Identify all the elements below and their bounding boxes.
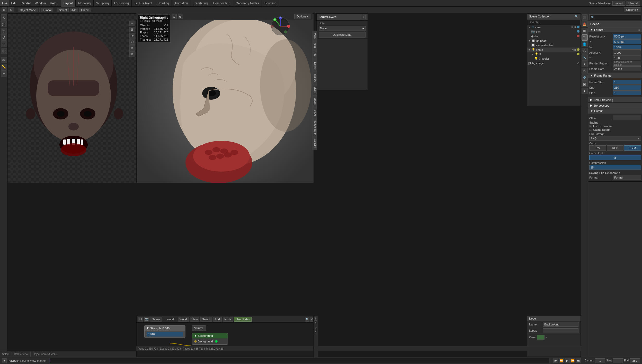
manual-button[interactable]: Manual: [626, 1, 640, 6]
tool-measure[interactable]: 📏: [1, 64, 7, 70]
vp-left-grid-tool[interactable]: ⊞: [129, 27, 135, 32]
tab-texture-paint[interactable]: Texture Paint: [132, 0, 155, 7]
outliner-item-dof[interactable]: ◆ dof: [527, 34, 581, 39]
frame-step-value[interactable]: 1: [613, 90, 641, 95]
prop-physics-icon[interactable]: ⚛: [582, 68, 588, 74]
navigation-gizmo[interactable]: X Y Z: [270, 16, 291, 36]
side-tab-scale[interactable]: Scale: [313, 85, 317, 96]
res-y-value[interactable]: 5000 px: [613, 39, 641, 44]
tool-move[interactable]: ✛: [1, 28, 7, 34]
vp-left-measure-tool[interactable]: ⊕: [129, 51, 135, 57]
tool-cursor[interactable]: ↖: [1, 14, 7, 21]
node-node-btn[interactable]: Node: [223, 317, 233, 322]
import-button[interactable]: Import: [612, 1, 625, 6]
node-side-tab-lookup[interactable]: Lookup: [314, 325, 318, 336]
vp-left-view-tool[interactable]: 👁: [129, 33, 135, 39]
cursor-tool-btn[interactable]: ⊕: [8, 7, 14, 12]
prop-modifier-icon[interactable]: 🔧: [582, 54, 588, 61]
vp-left-brush-tool[interactable]: ⬡: [129, 39, 135, 45]
aspect-x-value[interactable]: 1.000: [613, 50, 641, 55]
tool-scale[interactable]: ⤡: [1, 41, 7, 47]
timeline-marker-label[interactable]: Marker: [37, 359, 46, 362]
tab-sculpting[interactable]: Sculpting: [94, 0, 112, 7]
side-tab-shade[interactable]: Shade: [313, 96, 317, 108]
node-editor-camera-icon[interactable]: 📷: [144, 317, 149, 322]
vp-gizmo-icon[interactable]: ⊕: [178, 14, 183, 19]
tab-uv-editing[interactable]: UV Editing: [112, 0, 132, 7]
node-strength-slider[interactable]: 0.040: [147, 332, 183, 337]
tool-rotate[interactable]: ↺: [1, 34, 7, 41]
object-btn[interactable]: Object: [79, 8, 91, 12]
prop-view-layer-icon[interactable]: ◫: [582, 28, 588, 34]
side-tab-snap[interactable]: Snap: [313, 108, 317, 118]
tab-compositing[interactable]: Compositing: [210, 0, 233, 7]
menu-edit[interactable]: Edit: [9, 0, 19, 6]
side-tab-sclptrs[interactable]: Sclptrs: [313, 72, 317, 85]
aspect-y-value[interactable]: 1.000: [613, 55, 641, 60]
jump-end-btn[interactable]: ⏭: [576, 358, 581, 363]
tab-animation[interactable]: Animation: [172, 0, 191, 7]
tool-select-box[interactable]: ⬚: [1, 21, 7, 27]
frame-end-value[interactable]: 250: [613, 85, 641, 90]
outliner-item-3[interactable]: ▼ 💡 3: [527, 52, 581, 56]
node-zoom-icon[interactable]: 🔍: [305, 317, 309, 322]
color-depth-8-btn[interactable]: 8: [589, 155, 641, 160]
node-side-tab-adjust[interactable]: Adjust: [314, 316, 318, 325]
prop-obj-icon[interactable]: ⬡: [582, 48, 588, 54]
node-scene-btn[interactable]: Scene: [150, 317, 162, 322]
node-view-btn[interactable]: View: [190, 317, 200, 322]
tab-scripting[interactable]: Scripting: [262, 0, 279, 7]
node-select-btn[interactable]: Select: [200, 317, 212, 322]
add-btn[interactable]: Add: [70, 8, 78, 12]
tool-transform[interactable]: ⊞: [1, 48, 7, 54]
prop-output-icon[interactable]: 📤: [582, 21, 588, 27]
mode-select-btn[interactable]: Object Mode: [18, 8, 38, 12]
menu-render[interactable]: Render: [19, 0, 33, 6]
outliner-item-cam-child[interactable]: 📷 cam: [527, 29, 581, 34]
crop-render-region-value[interactable]: Crop to Render Region: [613, 61, 641, 66]
tab-layout[interactable]: Layout: [61, 0, 76, 7]
side-tab-tool[interactable]: Tool: [313, 51, 317, 60]
node-editor-type-icon[interactable]: ⬡: [138, 317, 143, 322]
current-frame-input[interactable]: [595, 358, 605, 363]
tool-annotate[interactable]: ✏: [1, 57, 7, 63]
time-stretching-header[interactable]: ▶ Time Stretching: [588, 97, 642, 102]
frame-end-input[interactable]: [630, 358, 640, 363]
frame-start-value[interactable]: 1: [613, 80, 641, 85]
frame-start-input[interactable]: 1: [613, 358, 623, 363]
tab-modeling[interactable]: Modeling: [76, 0, 94, 7]
frame-range-header[interactable]: ▼ Frame Range: [588, 73, 642, 78]
side-tab-item[interactable]: Item: [313, 41, 317, 51]
global-btn[interactable]: Global: [41, 8, 53, 12]
outliner-search[interactable]: [527, 19, 581, 25]
tab-geometry-nodes[interactable]: Geometry Nodes: [233, 0, 262, 7]
outliner-item-cam-parent[interactable]: ▼ ⬡ cam 👁 ◑: [527, 25, 581, 29]
prop-scene-icon[interactable]: 🎬: [582, 34, 588, 41]
outliner-item-3keeler[interactable]: 💡 3 keeler: [527, 56, 581, 61]
outliner-item-lights[interactable]: ▼ 💡 lights 👁 ◑: [527, 48, 581, 52]
viewport-options-btn[interactable]: Options ▾: [294, 14, 311, 19]
res-x-value[interactable]: 5000 px: [613, 34, 641, 39]
left-viewport[interactable]: [8, 13, 141, 183]
side-tab-3dtoscene[interactable]: 3D to Scene: [313, 118, 317, 137]
file-format-value[interactable]: PNG ▾: [589, 136, 641, 141]
vp-overlay-icon[interactable]: ⊙: [172, 14, 177, 19]
jump-start-btn[interactable]: ⏮: [553, 358, 558, 363]
menu-help[interactable]: Help: [48, 0, 58, 6]
side-tab-display[interactable]: Display: [313, 137, 317, 150]
outliner-item-bgimage[interactable]: 🖼 bg image ⚙: [527, 61, 581, 66]
stereoscopy-header[interactable]: ▶ Stereoscopy: [588, 103, 642, 108]
outliner-item-dhhead[interactable]: ▼ 🔲 dh head: [527, 39, 581, 43]
timeline-track[interactable]: [49, 358, 550, 363]
color-bw-btn[interactable]: BW: [589, 145, 606, 151]
prev-frame-btn[interactable]: ⏪: [559, 358, 564, 363]
timeline-view-label[interactable]: View: [30, 359, 36, 362]
timeline-keying-label[interactable]: Keying: [20, 359, 29, 362]
timeline-playhead[interactable]: [50, 358, 50, 363]
outliner-item-eyewater[interactable]: 🔲 eye water line: [527, 43, 581, 48]
output-section-header[interactable]: ▼ Output: [588, 108, 642, 114]
prop-particles-icon[interactable]: ✦: [582, 61, 588, 67]
menu-file[interactable]: File: [0, 0, 9, 6]
amp-value[interactable]: [613, 115, 641, 120]
vp-left-cursor-tool[interactable]: ↖: [129, 21, 135, 26]
